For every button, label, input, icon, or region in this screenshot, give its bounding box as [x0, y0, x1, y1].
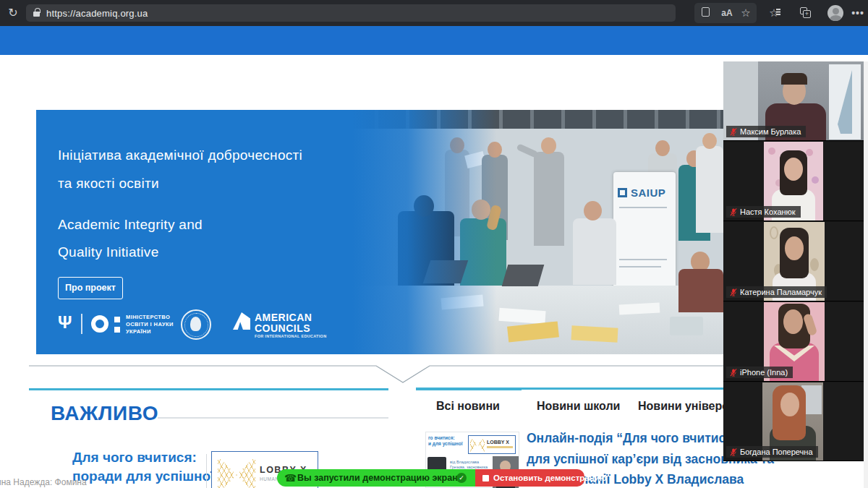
participant-name: Катерина Паламарчук	[740, 288, 822, 296]
about-project-button[interactable]: Про проект	[58, 277, 123, 299]
thumb-text: и для успішної	[428, 441, 463, 447]
video-damask-bg	[770, 226, 778, 239]
screen: ↻ https://academiq.org.ua aA ☆ ☆ + ••• f…	[0, 0, 868, 488]
section-divider-chevron	[29, 361, 723, 385]
ukraine-trident-icon: Ψ	[58, 312, 72, 333]
stop-sharing-button[interactable]: Остановить демонстрацию	[475, 469, 584, 487]
participant-tile[interactable]: Богдана Поперечна	[723, 382, 864, 461]
hero-title-en-1: Academic Integrity and	[58, 217, 203, 233]
column-divider	[206, 454, 207, 488]
collections-icon[interactable]: +	[799, 6, 813, 20]
muted-mic-icon	[730, 448, 737, 456]
important-item-title[interactable]: Для чого вчитися: поради для успішної	[72, 448, 214, 486]
browser-toolbar: ↻ https://academiq.org.ua aA ☆ ☆ + •••	[0, 0, 868, 26]
ministry-logo-dot	[114, 317, 120, 322]
stop-icon	[482, 475, 489, 481]
participant-name-tag: iPhone (Inna)	[726, 367, 793, 378]
participant-name: Максим Бурлака	[740, 127, 801, 136]
video-person-head	[784, 158, 803, 181]
lock-icon	[33, 12, 40, 17]
stop-sharing-label: Остановить демонстрацию	[493, 474, 607, 482]
participant-tile[interactable]: iPhone (Inna)	[723, 302, 864, 382]
us-embassy-seal	[181, 309, 211, 340]
muted-mic-icon	[730, 128, 737, 136]
burj-poster	[829, 64, 861, 140]
participant-name-tag: Максим Бурлака	[726, 126, 806, 137]
participant-tile[interactable]: Настя Коханюк	[723, 142, 864, 221]
phone-icon: ☎	[284, 472, 297, 484]
important-heading: ВАЖЛИВО	[51, 402, 158, 425]
active-tab-indicator	[416, 388, 522, 390]
screen-share-banner: ☎ Вы запустили демонстрацию экрана ✓	[277, 469, 475, 487]
thumb-lobby-box: LOBBY X	[468, 435, 516, 454]
tab-all-news[interactable]: Всі новини	[436, 400, 500, 413]
participant-name-tag: Богдана Поперечна	[726, 446, 818, 458]
profile-avatar[interactable]	[827, 5, 843, 21]
hero-banner: SAIUP	[36, 110, 723, 354]
muted-mic-icon	[730, 208, 737, 216]
participant-tile[interactable]: Катерина Паламарчук	[723, 222, 864, 301]
video-floral-bg	[768, 147, 775, 155]
favorites-icon[interactable]: ☆	[767, 6, 781, 20]
participant-name-tag: Настя Коханюк	[726, 206, 801, 218]
lobby-x-icon	[218, 456, 255, 488]
muted-mic-icon	[730, 369, 737, 377]
tab-school-news[interactable]: Новини школи	[537, 400, 620, 413]
american-councils-text: AMERICAN COUNCILS FOR INTERNATIONAL EDUC…	[255, 312, 326, 338]
ministry-logo-icon	[91, 315, 109, 333]
social-bar: f in	[0, 26, 868, 55]
share-message: Вы запустили демонстрацию экрана	[297, 473, 463, 483]
participant-name: iPhone (Inna)	[740, 368, 788, 377]
translate-icon[interactable]: aA	[718, 6, 736, 20]
video-person-hair	[781, 73, 807, 85]
ministry-logo-dot	[114, 327, 120, 333]
hero-title-uk-1: Ініціатива академічної доброчесності	[58, 147, 302, 163]
participant-name-tag: Катерина Паламарчук	[726, 286, 827, 298]
left-section-topline	[29, 388, 388, 390]
video-person-head	[785, 236, 804, 260]
ministry-text: МІНІСТЕРСТВО ОСВІТИ І НАУКИ УКРАЇНИ	[126, 314, 174, 335]
participant-name: Богдана Поперечна	[740, 448, 813, 456]
logo-divider	[81, 314, 82, 334]
muted-mic-icon	[730, 288, 737, 296]
read-aloud-icon[interactable]	[698, 6, 712, 20]
video-person-head	[783, 309, 803, 334]
url-text: https://academiq.org.ua	[46, 8, 148, 19]
participant-name: Настя Коханюк	[740, 207, 796, 216]
hero-title-uk-2: та якості освіти	[58, 176, 159, 192]
thumb-text: го вчитися:	[428, 435, 455, 441]
add-favorite-icon[interactable]: ☆	[739, 6, 753, 20]
refresh-icon[interactable]: ↻	[6, 6, 20, 20]
check-icon: ✓	[456, 473, 467, 483]
hero-photo: SAIUP	[36, 110, 723, 354]
heading-rule	[158, 417, 388, 419]
panel-right-edge	[864, 61, 868, 488]
corner-participant-label: ина Надежда: Фомина	[0, 477, 87, 487]
address-bar[interactable]: https://academiq.org.ua	[26, 4, 676, 22]
participant-tile[interactable]: Максим Бурлака	[723, 61, 864, 141]
hero-title-en-2: Quality Initiative	[58, 244, 159, 260]
video-person-head	[780, 393, 799, 416]
browser-menu-icon[interactable]: •••	[851, 6, 865, 20]
zoom-participants-panel: Максим Бурлака Настя Коханюк	[723, 61, 864, 461]
